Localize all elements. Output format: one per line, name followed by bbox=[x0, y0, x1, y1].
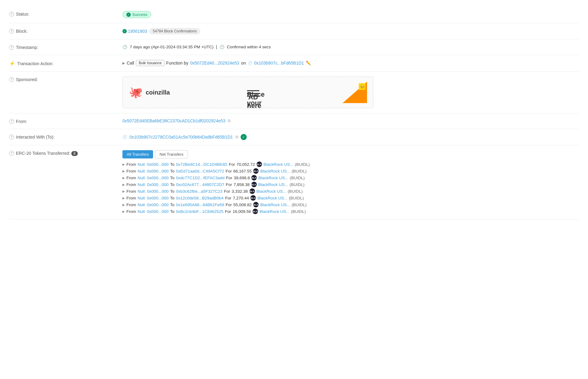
call-text: Call bbox=[127, 61, 134, 65]
from-label-2: From bbox=[126, 176, 136, 180]
transfer-from-addr-7[interactable]: Null: 0x000...000 bbox=[138, 209, 169, 214]
from-value-col: 0x5072Ed40EBa6bE38C2370cAD1Cb1df0202924e… bbox=[122, 118, 579, 123]
transfer-row: ▶ From Null: 0x000...000 To 0xb3c62fbe..… bbox=[122, 188, 579, 194]
token-ticker-4: (BUIDL) bbox=[288, 189, 303, 194]
transfer-row: ▶ From Null: 0x000...000 To 0xdc77C1D2..… bbox=[122, 175, 579, 180]
transfer-to-addr-2[interactable]: 0xdc77C1D2...fEFAC3add bbox=[176, 176, 224, 180]
copy-from-icon[interactable]: ⧉ bbox=[228, 118, 230, 123]
block-label-col: ? Block: bbox=[9, 28, 122, 34]
transfer-row: ▶ From Null: 0x000...000 To 0x1e695A68..… bbox=[122, 202, 579, 207]
transfer-amount-6: 55,008.82 bbox=[233, 203, 252, 207]
token-name-link-2[interactable]: BlackRock US... bbox=[258, 176, 288, 180]
ad-headline: Place your AD here bbox=[247, 88, 259, 97]
contract-file-icon: 📄 bbox=[122, 135, 127, 139]
erc20-label-col: ? ERC-20 Tokens Transferred: 8 bbox=[9, 150, 122, 156]
interacted-help-icon[interactable]: ? bbox=[9, 135, 14, 139]
bulk-issuance-badge: Bulk Issuance bbox=[136, 60, 164, 66]
token-name-link-7[interactable]: BlackRock US... bbox=[260, 209, 290, 214]
token-name-link-4[interactable]: BlackRock US... bbox=[257, 189, 287, 194]
verified-check-icon: ✓ bbox=[241, 134, 247, 140]
lightning-icon: ⚡ bbox=[9, 61, 15, 66]
transfer-to-addr-1[interactable]: 0xEd71aa0d...C49A5Cf72 bbox=[176, 169, 224, 173]
token-name-link-1[interactable]: BlackRock US... bbox=[260, 169, 290, 173]
transfer-to-addr-4[interactable]: 0xb3c62fbe...a5F327C23 bbox=[176, 189, 223, 194]
transfer-to-addr-0[interactable]: 0x72Be8C14...DC1D4B63D bbox=[176, 162, 227, 167]
erc20-row: ? ERC-20 Tokens Transferred: 8 All Trans… bbox=[9, 145, 579, 219]
for-label-4: For bbox=[224, 189, 230, 194]
token-name-link-3[interactable]: BlackRock US... bbox=[258, 182, 288, 187]
transfer-from-addr-1[interactable]: Null: 0x000...000 bbox=[138, 169, 169, 173]
coinzilla-monster-icon: 🐙 bbox=[129, 86, 143, 99]
from-row: ? From: 0x5072Ed40EBa6bE38C2370cAD1Cb1df… bbox=[9, 113, 579, 129]
from-label-0: From bbox=[126, 162, 136, 167]
transfer-row: ▶ From Null: 0x000...000 To 0xc02Ac677..… bbox=[122, 182, 579, 187]
transfer-from-addr-4[interactable]: Null: 0x000...000 bbox=[138, 189, 169, 194]
status-label-col: ? Status: bbox=[9, 11, 122, 17]
from-help-icon[interactable]: ? bbox=[9, 119, 14, 124]
clock-icon: 🕐 bbox=[122, 45, 127, 49]
token-name-link-0[interactable]: BlackRock US... bbox=[264, 162, 294, 167]
interacted-address-link[interactable]: 0x103b907c2278CC0a51Ac5e700b84Da9bFd65B1… bbox=[129, 135, 233, 139]
from-label-1: From bbox=[126, 169, 136, 173]
transfer-from-addr-5[interactable]: Null: 0x000...000 bbox=[138, 196, 169, 200]
erc20-count-badge: 8 bbox=[71, 151, 78, 156]
for-label-2: For bbox=[226, 176, 232, 180]
edit-icon[interactable]: ✏️ bbox=[306, 61, 311, 65]
transfer-from-addr-6[interactable]: Null: 0x000...000 bbox=[138, 203, 169, 207]
interacted-label: Interacted With (To): bbox=[16, 135, 54, 139]
transfer-from-addr-3[interactable]: Null: 0x000...000 bbox=[138, 182, 169, 187]
transfer-amount-4: 3,332.38 bbox=[232, 189, 248, 194]
transfer-to-addr-3[interactable]: 0xc02Ac677...44807C2D7 bbox=[176, 182, 224, 187]
sponsored-help-icon[interactable]: ? bbox=[9, 77, 14, 82]
square-decoration: 😊 bbox=[359, 83, 365, 90]
txaction-from-link[interactable]: 0x5072Ed40...202924e53 bbox=[190, 61, 239, 65]
sponsored-label: Sponsored: bbox=[16, 77, 38, 82]
timestamp-label: Timestamp: bbox=[16, 45, 38, 50]
transfer-arrow-icon: ▶ bbox=[122, 183, 125, 186]
transfer-from-addr-2[interactable]: Null: 0x000...000 bbox=[138, 176, 169, 180]
from-address-link[interactable]: 0x5072Ed40EBa6bE38C2370cAD1Cb1df0202924e… bbox=[122, 118, 225, 123]
txaction-to-link[interactable]: 0x103b907c...bFd65B1D1 bbox=[254, 61, 304, 65]
tab-net-transfers[interactable]: Net Transfers bbox=[155, 150, 188, 158]
function-prefix: Function by bbox=[166, 61, 188, 65]
interacted-value-col: 📄 0x103b907c2278CC0a51Ac5e700b84Da9bFd65… bbox=[122, 134, 579, 140]
on-text: on bbox=[241, 61, 246, 65]
txaction-row: ⚡ Transaction Action: ▶ Call Bulk Issuan… bbox=[9, 55, 579, 72]
block-check-icon: ✓ bbox=[122, 29, 127, 33]
transfer-to-addr-6[interactable]: 0x1e695A68...84B61Fe69 bbox=[176, 203, 224, 207]
transfer-to-addr-5[interactable]: 0x12c0de58...B29adB0b4 bbox=[176, 196, 223, 200]
to-label-6: To bbox=[170, 203, 174, 207]
txaction-value-col: ▶ Call Bulk Issuance Function by 0x5072E… bbox=[122, 60, 579, 66]
token-ticker-7: (BUIDL) bbox=[291, 209, 306, 214]
transfer-amount-2: 39,698.8 bbox=[234, 176, 250, 180]
token-logo-3: BLK bbox=[251, 182, 257, 187]
block-number-link[interactable]: 19561903 bbox=[128, 29, 147, 34]
interacted-label-col: ? Interacted With (To): bbox=[9, 134, 122, 139]
ad-headline-line2: AD here bbox=[247, 93, 259, 94]
coinzilla-left: 🐙 coinzilla bbox=[129, 86, 170, 99]
status-value-col: ✓ Success bbox=[122, 11, 579, 18]
transfer-arrow-icon: ▶ bbox=[122, 163, 125, 166]
timestamp-label-col: ? Timestamp: bbox=[9, 44, 122, 50]
clock2-icon: 🕐 bbox=[219, 45, 224, 49]
transfer-from-addr-0[interactable]: Null: 0x000...000 bbox=[138, 162, 169, 167]
copy-interacted-icon[interactable]: ⧉ bbox=[235, 135, 238, 139]
transfer-to-addr-7[interactable]: 0xBc2cb4bF...1C8462525 bbox=[176, 209, 223, 214]
timestamp-separator: | bbox=[216, 44, 217, 49]
token-logo-5: BLK bbox=[250, 195, 256, 201]
interacted-with-row: ? Interacted With (To): 📄 0x103b907c2278… bbox=[9, 129, 579, 145]
erc20-help-icon[interactable]: ? bbox=[9, 151, 14, 156]
transfer-arrow-icon: ▶ bbox=[122, 210, 125, 213]
status-help-icon[interactable]: ? bbox=[9, 12, 14, 17]
transfer-arrow-icon: ▶ bbox=[122, 176, 125, 180]
timestamp-help-icon[interactable]: ? bbox=[9, 45, 14, 50]
token-ticker-2: (BUIDL) bbox=[290, 176, 305, 180]
token-name-link-6[interactable]: BlackRock US... bbox=[260, 203, 290, 207]
transfer-amount-3: 7,858.38 bbox=[234, 182, 250, 187]
ad-banner[interactable]: 🐙 coinzilla Place your AD here 😊 bbox=[122, 76, 373, 108]
for-label-6: For bbox=[226, 203, 232, 207]
token-logo-6: BLK bbox=[253, 202, 259, 207]
block-help-icon[interactable]: ? bbox=[9, 29, 14, 34]
token-name-link-5[interactable]: BlackRock US... bbox=[257, 196, 287, 200]
tab-all-transfers[interactable]: All Transfers bbox=[122, 150, 153, 158]
